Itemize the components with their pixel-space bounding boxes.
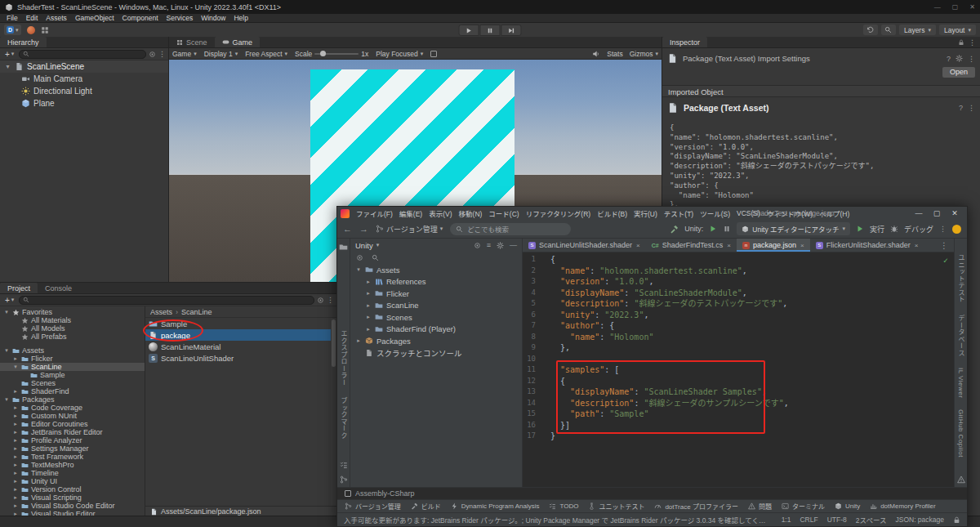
unity-menu-edit[interactable]: Edit xyxy=(22,14,42,22)
tab-inspector[interactable]: Inspector xyxy=(662,37,707,47)
project-row-settings-manager[interactable]: ▸Settings Manager xyxy=(0,444,145,453)
editor-tab-flickerunlitshader-shader[interactable]: SFlickerUnlitShader.shader× xyxy=(810,239,924,252)
locate-icon[interactable] xyxy=(474,242,481,249)
explorer-view-dropdown[interactable]: Unity xyxy=(355,241,373,250)
project-row-visual-studio-code-editor[interactable]: ▸Visual Studio Code Editor xyxy=(0,502,145,510)
caret-position[interactable]: 1:1 xyxy=(782,516,791,524)
aspect-dropdown[interactable]: Free Aspect▾ xyxy=(245,50,287,58)
project-row-unity-ui[interactable]: ▸Unity UI xyxy=(0,477,145,485)
project-row-textmeshpro[interactable]: ▸TextMeshPro xyxy=(0,461,145,469)
account-dropdown[interactable]: D ▾ xyxy=(4,25,21,35)
toolwindow-ユニットテスト[interactable]: ユニットテスト xyxy=(588,502,644,511)
editor-tab-scanlineunlitshader-shader[interactable]: SScanLineUnlitShader.shader× xyxy=(523,239,646,252)
hidden-packages-icon[interactable] xyxy=(317,297,324,304)
editor-tab-package-json[interactable]: npackage.json× xyxy=(737,239,810,252)
restore-icon[interactable]: ▢ xyxy=(928,209,946,217)
project-row-code-coverage[interactable]: ▸Code Coverage xyxy=(0,404,145,412)
code-line[interactable]: 2 "name": "holomon.shadertest.scanline", xyxy=(523,266,954,277)
select-opened-file-icon[interactable] xyxy=(356,254,363,261)
stripe-toolwindow-エクスプローラー[interactable]: エクスプローラー xyxy=(339,330,348,386)
rider-code-area[interactable]: 1{2 "name": "holomon.shadertest.scanline… xyxy=(523,252,954,487)
structure-toolwindow-icon[interactable] xyxy=(340,461,348,469)
code-line[interactable]: 17} xyxy=(523,431,954,442)
project-row-assets[interactable]: ▾Assets xyxy=(0,346,145,355)
code-line[interactable]: 16 }] xyxy=(523,420,954,431)
tab-hierarchy[interactable]: Hierarchy xyxy=(0,37,47,47)
minimize-icon[interactable]: — xyxy=(934,3,941,11)
minimize-icon[interactable]: — xyxy=(910,209,928,217)
rider-tree-packages[interactable]: ▸Packages xyxy=(350,335,522,347)
project-row-profile-analyzer[interactable]: ▸Profile Analyzer xyxy=(0,436,145,444)
indent-setting[interactable]: 2スペース xyxy=(856,515,887,525)
rider-tree-スクラッチとコンソール[interactable]: スクラッチとコンソール xyxy=(350,347,522,360)
project-row-test-framework[interactable]: ▸Test Framework xyxy=(0,453,145,461)
close-icon[interactable]: × xyxy=(727,242,731,249)
asset-item-scanlineunlitshader[interactable]: SScanLineUnlitShader xyxy=(145,352,336,364)
search-button[interactable] xyxy=(881,25,896,35)
toolwindow-dotmemory-profiler[interactable]: dotMemory Profiler xyxy=(870,502,936,510)
project-scrollbar[interactable] xyxy=(331,318,336,506)
unity-menu-gameobject[interactable]: GameObject xyxy=(71,14,118,22)
project-row-flicker[interactable]: ▸Flicker xyxy=(0,355,145,363)
close-icon[interactable]: ✕ xyxy=(946,209,964,217)
mute-audio-icon[interactable] xyxy=(592,50,600,58)
hierarchy-row-directional-light[interactable]: Directional Light xyxy=(0,85,168,97)
rider-tree-scanline[interactable]: ▸ScanLine xyxy=(350,300,522,312)
play-focused-dropdown[interactable]: Play Focused▾ xyxy=(376,50,423,58)
rider-menu-リファクタリング-r[interactable]: リファクタリング(R) xyxy=(523,208,594,218)
more-icon[interactable]: ⋮ xyxy=(158,50,166,58)
run-config-dropdown[interactable]: Unity エディターにアタッチ ▾ xyxy=(737,222,850,235)
project-row-all-materials[interactable]: All Materials xyxy=(0,316,145,324)
rider-tree-flicker[interactable]: ▸Flicker xyxy=(350,288,522,300)
layout-dropdown[interactable]: Layout▾ xyxy=(939,25,976,35)
toolwindow-dottrace-プロファイラー[interactable]: dotTrace プロファイラー xyxy=(654,502,738,511)
options-icon[interactable]: ≡ xyxy=(487,241,491,249)
rider-tree-assets[interactable]: ▾Assets xyxy=(350,264,522,276)
more-icon[interactable]: ⋮ xyxy=(969,38,976,47)
forward-icon[interactable]: → xyxy=(359,224,368,234)
build-hammer-icon[interactable] xyxy=(670,225,679,234)
project-row-all-models[interactable]: All Models xyxy=(0,324,145,333)
project-row-timeline[interactable]: ▸Timeline xyxy=(0,469,145,477)
slider-knob[interactable] xyxy=(320,51,326,56)
unity-play-icon[interactable] xyxy=(709,225,717,233)
status-message[interactable]: 入手可能な更新があります: JetBrains Rider パッケージ。; Un… xyxy=(344,515,773,525)
toolwindow-todo[interactable]: TODO xyxy=(549,502,578,510)
hierarchy-row-main-camera[interactable]: Main Camera xyxy=(0,73,168,85)
project-row-favorites[interactable]: ▾Favorites xyxy=(0,308,145,316)
rider-tree-scenes[interactable]: ▸Scenes xyxy=(350,311,522,324)
unity-menu-file[interactable]: File xyxy=(2,14,22,22)
project-row-shaderfind[interactable]: ▸ShaderFind xyxy=(0,387,145,395)
toolwindow-ターミナル[interactable]: ターミナル xyxy=(782,502,825,511)
project-row-scanline[interactable]: ▾ScanLine xyxy=(0,363,145,371)
unity-menu-help[interactable]: Help xyxy=(229,14,252,22)
asset-item-scanlinematerial[interactable]: ScanLineMaterial xyxy=(145,341,336,352)
asset-item-package[interactable]: package xyxy=(145,329,336,341)
breadcrumb-assembly[interactable]: Assembly-CSharp xyxy=(355,489,415,498)
code-line[interactable]: 5 "description": "斜線シェーダのテストパッケージです", xyxy=(523,298,954,310)
project-row-scenes[interactable]: Scenes xyxy=(0,379,145,387)
help-icon[interactable]: ? xyxy=(959,104,963,112)
code-line[interactable]: 8 "name": "Holomon" xyxy=(523,332,954,343)
project-toolwindow-icon[interactable] xyxy=(339,243,348,252)
fullscreen-icon[interactable] xyxy=(430,51,437,57)
open-button[interactable]: Open xyxy=(942,67,975,78)
gear-icon[interactable] xyxy=(956,55,963,62)
stats-button[interactable]: Stats xyxy=(607,50,622,58)
lock-icon[interactable] xyxy=(958,39,964,46)
close-icon[interactable]: × xyxy=(915,242,919,249)
gear-icon[interactable] xyxy=(497,242,504,249)
tab-project[interactable]: Project xyxy=(0,283,38,293)
notifications-icon[interactable] xyxy=(957,476,965,484)
pause-button[interactable] xyxy=(480,25,501,36)
project-row-jetbrains-rider-editor[interactable]: ▸JetBrains Rider Editor xyxy=(0,428,145,436)
rider-menu-表示-v[interactable]: 表示(V) xyxy=(425,208,455,218)
rider-menu-コード-c[interactable]: コード(C) xyxy=(485,208,522,218)
commit-toolwindow-icon[interactable] xyxy=(340,476,348,484)
license-avatar[interactable] xyxy=(952,225,961,234)
project-add-button[interactable]: +▾ xyxy=(2,296,16,305)
project-row-visual-scripting[interactable]: ▸Visual Scripting xyxy=(0,494,145,502)
rider-menu-ツール-s[interactable]: ツール(S) xyxy=(697,208,733,218)
tab-scene[interactable]: Scene xyxy=(169,37,215,47)
project-search-input[interactable] xyxy=(19,296,314,305)
